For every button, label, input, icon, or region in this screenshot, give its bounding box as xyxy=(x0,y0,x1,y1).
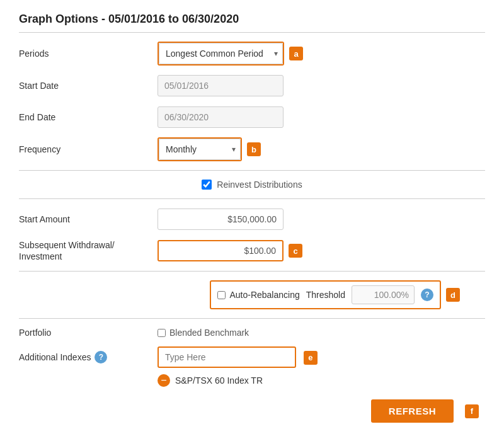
remove-index-icon[interactable]: − xyxy=(158,374,170,387)
periods-control-wrapper: Longest Common Period ▾ a xyxy=(158,42,303,66)
additional-indexes-control-wrapper: e xyxy=(158,346,318,368)
additional-indexes-help-icon[interactable]: ? xyxy=(94,351,107,363)
divider-1 xyxy=(19,170,485,171)
periods-row: Periods Longest Common Period ▾ a xyxy=(19,42,485,66)
threshold-label: Threshold xyxy=(306,290,345,300)
index-item-row: − S&P/TSX 60 Index TR xyxy=(158,374,485,387)
auto-rebalance-inner: Auto-Rebalancing Threshold ? xyxy=(210,280,441,309)
start-date-input xyxy=(158,75,284,96)
divider-3 xyxy=(19,271,485,272)
end-date-label: End Date xyxy=(19,112,158,122)
start-amount-row: Start Amount xyxy=(19,208,485,231)
auto-rebalance-text: Auto-Rebalancing xyxy=(229,290,299,300)
blended-benchmark-checkbox[interactable] xyxy=(158,329,166,337)
withdrawal-control-wrapper: c xyxy=(158,240,302,261)
frequency-select-wrapper[interactable]: Monthly ▾ xyxy=(158,137,242,161)
auto-rebalance-checkbox[interactable] xyxy=(217,291,226,299)
refresh-row: REFRESH f xyxy=(19,399,485,423)
end-date-input xyxy=(158,106,284,128)
additional-indexes-row: Additional Indexes ? e xyxy=(19,346,485,368)
portfolio-row: Portfolio Blended Benchmark xyxy=(19,328,485,338)
withdrawal-label: Subsequent Withdrawal/ Investment xyxy=(19,239,158,262)
refresh-badge: f xyxy=(465,404,479,418)
divider-2 xyxy=(19,198,485,199)
portfolio-label: Portfolio xyxy=(19,328,158,338)
periods-select-wrapper[interactable]: Longest Common Period ▾ xyxy=(158,42,284,66)
title-divider xyxy=(19,32,485,33)
additional-indexes-text: Additional Indexes xyxy=(19,352,91,362)
start-date-row: Start Date xyxy=(19,74,485,97)
reinvest-row: Reinvest Distributions xyxy=(19,180,485,190)
frequency-row: Frequency Monthly ▾ b xyxy=(19,137,485,161)
index-item-name: S&P/TSX 60 Index TR xyxy=(175,375,263,386)
auto-rebalance-badge: d xyxy=(446,288,460,302)
withdrawal-label-line2: Investment xyxy=(19,251,62,261)
blended-benchmark-text: Blended Benchmark xyxy=(169,328,249,338)
frequency-select[interactable]: Monthly xyxy=(159,139,241,160)
withdrawal-label-line1: Subsequent Withdrawal/ xyxy=(19,240,115,250)
threshold-input[interactable] xyxy=(352,285,415,304)
auto-rebalance-row: Auto-Rebalancing Threshold ? d xyxy=(19,280,485,309)
refresh-button[interactable]: REFRESH xyxy=(371,399,454,423)
reinvest-label[interactable]: Reinvest Distributions xyxy=(202,180,302,190)
periods-label: Periods xyxy=(19,49,158,59)
start-amount-input[interactable] xyxy=(158,209,284,230)
withdrawal-badge: c xyxy=(289,244,302,258)
end-date-row: End Date xyxy=(19,106,485,129)
frequency-badge: b xyxy=(247,142,261,156)
additional-indexes-badge: e xyxy=(304,351,318,365)
frequency-label: Frequency xyxy=(19,144,158,154)
additional-indexes-input[interactable] xyxy=(158,346,296,368)
periods-select[interactable]: Longest Common Period xyxy=(159,43,283,64)
periods-badge: a xyxy=(289,47,303,60)
start-date-label: Start Date xyxy=(19,81,158,91)
frequency-control-wrapper: Monthly ▾ b xyxy=(158,137,261,161)
reinvest-text: Reinvest Distributions xyxy=(217,180,302,190)
start-amount-label: Start Amount xyxy=(19,214,158,224)
page-title: Graph Options - 05/01/2016 to 06/30/2020 xyxy=(19,13,485,26)
reinvest-checkbox[interactable] xyxy=(202,180,212,190)
withdrawal-input[interactable] xyxy=(158,240,284,261)
blended-benchmark-label[interactable]: Blended Benchmark xyxy=(158,328,249,338)
auto-rebalance-label[interactable]: Auto-Rebalancing xyxy=(217,290,299,300)
divider-4 xyxy=(19,318,485,319)
withdrawal-row: Subsequent Withdrawal/ Investment c xyxy=(19,239,485,262)
additional-indexes-label: Additional Indexes ? xyxy=(19,351,158,363)
threshold-help-icon[interactable]: ? xyxy=(421,289,433,301)
